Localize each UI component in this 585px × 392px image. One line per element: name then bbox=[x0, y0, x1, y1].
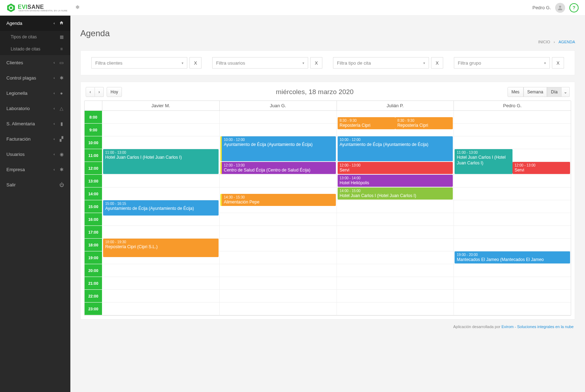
hour-cell[interactable] bbox=[220, 213, 337, 226]
calendar-event[interactable]: 12:00 - 13:00Servi bbox=[512, 162, 570, 174]
hour-cell[interactable] bbox=[337, 264, 454, 277]
gear-icon[interactable] bbox=[75, 5, 80, 11]
hour-cell[interactable] bbox=[454, 277, 571, 290]
view-week[interactable]: Semana bbox=[524, 87, 547, 97]
resource-col-juan[interactable]: 10:00 - 12:00Ayuntamiento de Écija (Ayun… bbox=[220, 111, 337, 315]
hour-cell[interactable] bbox=[337, 251, 454, 264]
hour-cell[interactable] bbox=[102, 264, 219, 277]
filter-types-clear[interactable]: X bbox=[431, 57, 443, 69]
hour-cell[interactable] bbox=[102, 226, 219, 239]
resource-col-julian[interactable]: 8:30 - 9:30Repostería Cipri8:30 - 9:30Re… bbox=[337, 111, 454, 315]
breadcrumb-root[interactable]: INICIO bbox=[538, 40, 550, 44]
hour-cell[interactable] bbox=[102, 136, 219, 149]
sidebar-item-control-plagas[interactable]: Control plagas‹✱ bbox=[0, 70, 70, 86]
calendar-event[interactable]: 8:30 - 9:30Repostería Cipri bbox=[395, 117, 453, 129]
hour-cell[interactable] bbox=[337, 277, 454, 290]
hour-cell[interactable] bbox=[337, 226, 454, 239]
hour-cell[interactable] bbox=[220, 226, 337, 239]
hour-cell[interactable] bbox=[220, 264, 337, 277]
hour-cell[interactable] bbox=[454, 124, 571, 136]
hour-cell[interactable] bbox=[220, 251, 337, 264]
calendar-event[interactable]: 11:00 - 13:00Hotel Juan Carlos I (Hotel … bbox=[455, 149, 512, 174]
filter-users-clear[interactable]: X bbox=[310, 57, 322, 69]
filter-clients-dropdown[interactable]: Filtra clientes bbox=[91, 57, 187, 69]
calendar-event[interactable]: 10:00 - 12:00Ayuntamiento de Écija (Ayun… bbox=[338, 136, 453, 161]
next-button[interactable]: › bbox=[95, 87, 104, 97]
calendar-event[interactable]: 14:30 - 15:30Alimentación Pepe bbox=[220, 194, 336, 206]
time-slot: 22:00 bbox=[85, 290, 102, 303]
sidebar-item-usuarios[interactable]: Usuarios‹◉ bbox=[0, 147, 70, 162]
hour-cell[interactable] bbox=[102, 175, 219, 187]
hour-cell[interactable] bbox=[220, 124, 337, 136]
hour-cell[interactable] bbox=[454, 264, 571, 277]
breadcrumb-current: AGENDA bbox=[559, 40, 575, 44]
filter-clients-clear[interactable]: X bbox=[189, 57, 202, 69]
hour-cell[interactable] bbox=[337, 303, 454, 315]
hour-cell[interactable] bbox=[454, 136, 571, 149]
hour-cell[interactable] bbox=[102, 277, 219, 290]
calendar-event[interactable]: 14:00 - 15:00Hotel Juan Carlos I (Hotel … bbox=[338, 187, 453, 200]
sidebar-item-clientes[interactable]: Clientes‹▭ bbox=[0, 55, 70, 70]
hour-cell[interactable] bbox=[102, 111, 219, 124]
event-title: Repostería Cipri bbox=[340, 123, 393, 129]
filter-groups-dropdown[interactable]: Filtra grupo bbox=[454, 57, 550, 69]
sidebar-item-laboratorio[interactable]: Laboratorio‹△ bbox=[0, 101, 70, 116]
calendar-event[interactable]: 15:00 - 16:15Ayuntamiento de Écija (Ayun… bbox=[103, 200, 219, 216]
sidebar-item-empresa[interactable]: Empresa‹✱ bbox=[0, 162, 70, 177]
hour-cell[interactable] bbox=[220, 111, 337, 124]
calendar-event[interactable]: 11:00 - 13:00Hotel Juan Carlos I (Hotel … bbox=[103, 149, 219, 174]
hour-cell[interactable] bbox=[220, 303, 337, 315]
view-month[interactable]: Mes bbox=[508, 87, 524, 97]
calendar-event[interactable]: 13:00 - 14:00Hotel Heliópolis bbox=[338, 175, 453, 187]
help-button[interactable]: ? bbox=[569, 3, 579, 12]
time-slot: 9:00 bbox=[85, 124, 102, 136]
hour-cell[interactable] bbox=[102, 187, 219, 200]
sidebar-item-agenda[interactable]: Agenda ‹ bbox=[0, 16, 70, 31]
hour-cell[interactable] bbox=[454, 213, 571, 226]
logo[interactable]: EVISANE GESTIÓN SANIDAD AMBIENTAL EN LA … bbox=[6, 3, 68, 12]
sidebar-sub-tipos[interactable]: Tipos de citas ▦ bbox=[0, 31, 70, 43]
hour-cell[interactable] bbox=[454, 290, 571, 303]
resource-col-javier[interactable]: 11:00 - 13:00Hotel Juan Carlos I (Hotel … bbox=[102, 111, 220, 315]
hour-cell[interactable] bbox=[102, 124, 219, 136]
hour-cell[interactable] bbox=[102, 303, 219, 315]
prev-button[interactable]: ‹ bbox=[86, 87, 95, 97]
calendar-event[interactable]: 12:00 - 13:00Servi bbox=[338, 162, 453, 174]
view-more[interactable]: ⌄ bbox=[562, 87, 570, 97]
hour-cell[interactable] bbox=[454, 187, 571, 200]
filter-groups-clear[interactable]: X bbox=[552, 57, 564, 69]
filter-users-dropdown[interactable]: Filtra usuarios bbox=[212, 57, 308, 69]
avatar-icon[interactable] bbox=[555, 3, 565, 13]
view-day[interactable]: Día bbox=[547, 87, 562, 97]
sidebar-item-legionella[interactable]: Legionella‹● bbox=[0, 86, 70, 101]
today-button[interactable]: Hoy bbox=[107, 87, 122, 97]
calendar-event[interactable]: 19:00 - 20:00Mantecados El Jameo (Mantec… bbox=[455, 251, 570, 263]
hour-cell[interactable] bbox=[337, 200, 454, 213]
content: Agenda INICIO › AGENDA Filtra clientes X… bbox=[70, 16, 585, 392]
hour-cell[interactable] bbox=[102, 290, 219, 303]
hour-cell[interactable] bbox=[220, 277, 337, 290]
sidebar-sub-listado[interactable]: Listado de citas ≡ bbox=[0, 43, 70, 55]
hour-cell[interactable] bbox=[220, 239, 337, 251]
calendar-event[interactable]: 10:00 - 12:00Ayuntamiento de Écija (Ayun… bbox=[220, 136, 336, 161]
hour-cell[interactable] bbox=[454, 200, 571, 213]
resource-col-pedro[interactable]: 11:00 - 13:00Hotel Juan Carlos I (Hotel … bbox=[454, 111, 571, 315]
footer-link[interactable]: Evirom - Soluciones integrales en la nub… bbox=[501, 325, 574, 329]
calendar-event[interactable]: 8:30 - 9:30Repostería Cipri bbox=[338, 117, 395, 129]
hour-cell[interactable] bbox=[337, 290, 454, 303]
calendar-event[interactable]: 12:00 - 13:00Centro de Salud Écija (Cent… bbox=[220, 162, 336, 174]
hour-cell[interactable] bbox=[220, 290, 337, 303]
hour-cell[interactable] bbox=[454, 303, 571, 315]
sidebar-item-salir[interactable]: Salir⏻ bbox=[0, 177, 70, 192]
hour-cell[interactable] bbox=[454, 239, 571, 251]
sidebar-item-facturaci-n[interactable]: Facturación‹▞ bbox=[0, 131, 70, 147]
hour-cell[interactable] bbox=[454, 111, 571, 124]
filter-types-dropdown[interactable]: Filtra tipo de cita bbox=[333, 57, 429, 69]
hour-cell[interactable] bbox=[454, 226, 571, 239]
hour-cell[interactable] bbox=[220, 175, 337, 187]
hour-cell[interactable] bbox=[337, 239, 454, 251]
hour-cell[interactable] bbox=[337, 213, 454, 226]
calendar-event[interactable]: 18:00 - 19:30Repostería Cipri (Cipri S.L… bbox=[103, 239, 219, 257]
hour-cell[interactable] bbox=[454, 175, 571, 187]
sidebar-item-s-alimentaria[interactable]: S. Alimentaria‹▮ bbox=[0, 116, 70, 131]
